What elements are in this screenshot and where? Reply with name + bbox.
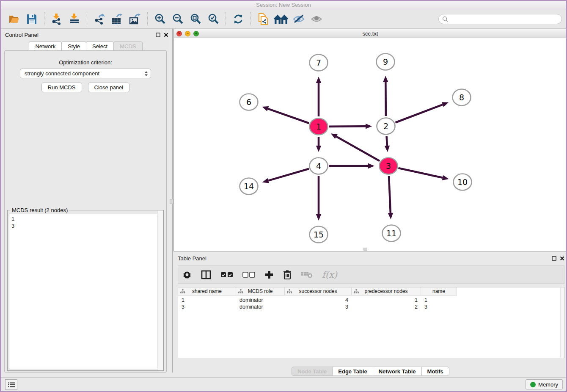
delete-column-icon[interactable] bbox=[283, 268, 292, 281]
optimization-select[interactable]: strongly connected component bbox=[20, 69, 151, 78]
cell-mcds-role[interactable]: dominator bbox=[236, 304, 285, 310]
column-header-shared-name[interactable]: shared name bbox=[178, 287, 236, 295]
refresh-icon[interactable] bbox=[231, 12, 245, 26]
tab-edge-table[interactable]: Edge Table bbox=[332, 367, 373, 376]
delete-table-icon[interactable] bbox=[301, 268, 313, 281]
column-type-icon bbox=[180, 289, 185, 294]
hide-selected-icon[interactable] bbox=[292, 12, 306, 26]
graph-edge-arrow bbox=[442, 175, 449, 180]
graph-edge-2-8[interactable] bbox=[395, 105, 443, 122]
import-table-icon[interactable] bbox=[67, 12, 82, 26]
graph-node-label: 7 bbox=[316, 58, 321, 67]
table-row[interactable]: 3 dominator 3 2 3 bbox=[178, 304, 457, 310]
run-mcds-button[interactable]: Run MCDS bbox=[41, 83, 82, 92]
tab-mcds[interactable]: MCDS bbox=[113, 41, 142, 51]
add-column-icon[interactable] bbox=[264, 268, 274, 281]
deselect-all-icon[interactable] bbox=[242, 268, 255, 281]
function-builder-icon[interactable]: f(x) bbox=[322, 268, 337, 281]
cell-name[interactable]: 1 bbox=[421, 297, 457, 304]
minimize-window-icon[interactable]: − bbox=[185, 31, 190, 36]
graph-edge-1-6[interactable] bbox=[268, 109, 309, 123]
table-scrollbar[interactable] bbox=[560, 287, 564, 358]
tab-select[interactable]: Select bbox=[86, 41, 114, 51]
close-panel-button[interactable]: Close panel bbox=[88, 83, 130, 92]
cell-predecessor-nodes[interactable]: 2 bbox=[352, 304, 421, 310]
column-type-icon bbox=[238, 289, 243, 294]
tab-style[interactable]: Style bbox=[61, 41, 86, 51]
mcds-result-title: MCDS result (2 nodes) bbox=[10, 207, 69, 213]
cell-shared-name[interactable]: 3 bbox=[178, 304, 236, 310]
graph-edge-2-3[interactable] bbox=[387, 136, 387, 146]
graph-edge-4-14[interactable] bbox=[268, 169, 309, 181]
table-options-icon[interactable] bbox=[182, 268, 192, 281]
toolbar-separator bbox=[87, 12, 87, 26]
mcds-result-text[interactable]: 1 3 bbox=[9, 214, 162, 369]
graph-edge-3-10[interactable] bbox=[398, 168, 443, 178]
close-window-icon[interactable]: ✕ bbox=[176, 31, 182, 36]
float-table-panel-icon[interactable] bbox=[552, 256, 556, 261]
show-all-icon[interactable] bbox=[309, 12, 324, 26]
show-column-icon[interactable] bbox=[201, 268, 211, 281]
graph-node-label: 6 bbox=[246, 97, 251, 107]
graph-node-label: 1 bbox=[316, 122, 321, 131]
duplicate-network-icon[interactable] bbox=[256, 12, 270, 26]
import-network-icon[interactable] bbox=[50, 12, 64, 26]
table-row[interactable]: 1 dominator 4 1 1 bbox=[178, 297, 457, 304]
graph-edge-arrow bbox=[262, 178, 269, 183]
zoom-fit-icon[interactable] bbox=[188, 12, 203, 26]
search-input[interactable] bbox=[448, 16, 558, 22]
cell-name[interactable]: 3 bbox=[421, 304, 457, 310]
zoom-out-icon[interactable] bbox=[171, 12, 185, 26]
optimization-criterion-label: Optimization criterion: bbox=[5, 59, 166, 66]
cell-successor-nodes[interactable]: 4 bbox=[285, 297, 352, 304]
canvas-scroll-thumb[interactable] bbox=[363, 248, 367, 251]
memory-button[interactable]: Memory bbox=[526, 379, 563, 389]
column-header-mcds-role[interactable]: MCDS role bbox=[236, 287, 285, 295]
graph-edge-3-11[interactable] bbox=[389, 176, 391, 213]
cell-shared-name[interactable]: 1 bbox=[178, 297, 236, 304]
network-view-window: scc.txt ✕ − ＋ 7968124314101511 bbox=[173, 29, 567, 251]
export-table-icon[interactable] bbox=[110, 12, 124, 26]
graph-edge-arrow bbox=[316, 214, 321, 221]
zoom-selected-icon[interactable] bbox=[206, 12, 220, 26]
graph-edge-3-1[interactable] bbox=[336, 137, 380, 161]
tab-network-table[interactable]: Network Table bbox=[373, 367, 422, 376]
memory-status-icon bbox=[530, 382, 536, 387]
cell-predecessor-nodes[interactable]: 1 bbox=[352, 297, 421, 304]
result-scrollbar[interactable] bbox=[157, 211, 163, 370]
network-graph[interactable]: 7968124314101511 bbox=[174, 38, 567, 251]
graph-edge-arrow bbox=[442, 102, 449, 107]
maximize-window-icon[interactable]: ＋ bbox=[193, 31, 199, 36]
export-network-icon[interactable] bbox=[92, 12, 107, 26]
cell-mcds-role[interactable]: dominator bbox=[236, 297, 285, 304]
graph-edge-arrow bbox=[262, 106, 269, 111]
table-toolbar: f(x) bbox=[178, 265, 564, 284]
graph-edge-2-9[interactable] bbox=[385, 82, 386, 116]
column-header-name[interactable]: name bbox=[421, 287, 457, 295]
graph-edge-1-2[interactable] bbox=[329, 126, 366, 127]
close-panel-icon[interactable] bbox=[164, 33, 168, 37]
export-image-icon[interactable] bbox=[128, 12, 142, 26]
graph-node-label: 11 bbox=[386, 229, 396, 238]
tab-node-table[interactable]: Node Table bbox=[292, 367, 333, 376]
network-window-title: scc.txt bbox=[174, 30, 567, 37]
application-window: Session: New Session bbox=[0, 0, 567, 392]
network-canvas[interactable]: 7968124314101511 bbox=[174, 38, 567, 251]
graph-edge-arrow bbox=[388, 213, 393, 219]
select-all-icon[interactable] bbox=[220, 268, 233, 281]
graph-node-label: 3 bbox=[386, 161, 391, 171]
tab-network[interactable]: Network bbox=[29, 41, 62, 51]
cell-successor-nodes[interactable]: 3 bbox=[285, 304, 352, 310]
open-file-icon[interactable] bbox=[7, 12, 21, 26]
select-stepper-icon bbox=[144, 71, 148, 77]
float-panel-icon[interactable] bbox=[156, 33, 160, 37]
tab-motifs[interactable]: Motifs bbox=[421, 367, 449, 376]
first-neighbors-icon[interactable] bbox=[274, 12, 288, 26]
column-header-predecessor-nodes[interactable]: predecessor nodes bbox=[352, 287, 421, 295]
column-header-successor-nodes[interactable]: successor nodes bbox=[285, 287, 352, 295]
close-table-panel-icon[interactable] bbox=[560, 256, 564, 261]
task-history-button[interactable] bbox=[5, 379, 17, 390]
zoom-in-icon[interactable] bbox=[153, 12, 167, 26]
graph-edge-arrow bbox=[368, 163, 374, 168]
save-session-icon[interactable] bbox=[25, 12, 39, 26]
